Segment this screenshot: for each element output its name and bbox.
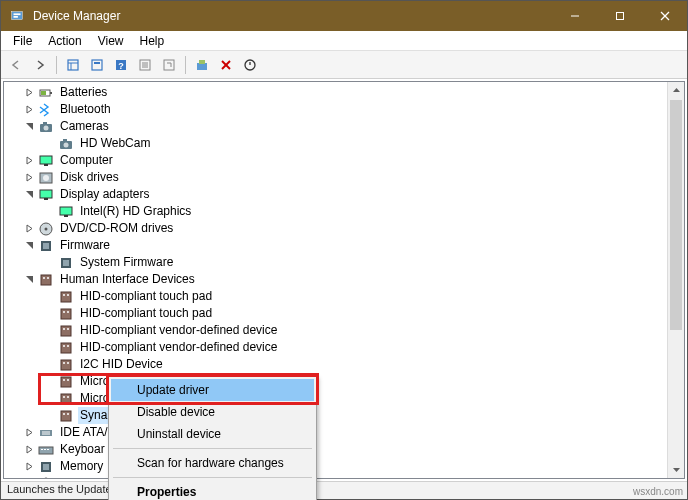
svg-rect-1 [14, 13, 21, 15]
tree-expander-none [44, 257, 55, 268]
svg-point-70 [67, 396, 69, 398]
statusbar: Launches the Update Driver Wizard for th… [1, 481, 687, 499]
tree-expander[interactable] [24, 104, 35, 115]
show-hide-console-button[interactable] [62, 54, 84, 76]
context-update-driver[interactable]: Update driver [111, 379, 314, 401]
svg-rect-47 [41, 275, 51, 285]
tree-node-intelhd[interactable]: Intel(R) HD Graphics [4, 203, 684, 220]
tree-node-hid-vd2[interactable]: HID-compliant vendor-defined device [4, 339, 684, 356]
svg-rect-74 [40, 430, 52, 436]
device-tree[interactable]: BatteriesBluetoothCamerasHD WebCamComput… [3, 81, 685, 479]
svg-rect-53 [61, 309, 71, 319]
tree-node-dvd[interactable]: DVD/CD-ROM drives [4, 220, 684, 237]
tree-node-hid-vd1[interactable]: HID-compliant vendor-defined device [4, 322, 684, 339]
hid-icon [58, 306, 74, 322]
svg-point-63 [63, 362, 65, 364]
tree-node-msicd1[interactable]: Microsoft Input Configuration Device [4, 373, 684, 390]
export-list-button[interactable] [86, 54, 108, 76]
camera-icon [58, 136, 74, 152]
hid-icon [38, 272, 54, 288]
tree-node-ide[interactable]: IDE ATA/ [4, 424, 684, 441]
forward-button[interactable] [29, 54, 51, 76]
vertical-scrollbar[interactable] [667, 82, 684, 478]
ide-icon [38, 425, 54, 441]
properties-button[interactable] [134, 54, 156, 76]
svg-rect-10 [92, 60, 102, 70]
scroll-thumb[interactable] [670, 100, 682, 330]
tree-expander[interactable] [24, 274, 35, 285]
tree-node-display[interactable]: Display adapters [4, 186, 684, 203]
tree-node-msicd2[interactable]: Microsoft Input Configuration Device [4, 390, 684, 407]
tree-node-label: HID-compliant touch pad [78, 305, 214, 322]
svg-rect-80 [47, 449, 49, 450]
tree-expander[interactable] [24, 155, 35, 166]
tree-node-label: Human Interface Devices [58, 271, 197, 288]
tree-node-label: DVD/CD-ROM drives [58, 220, 175, 237]
tree-node-hdwebcam[interactable]: HD WebCam [4, 135, 684, 152]
tree-node-batteries[interactable]: Batteries [4, 84, 684, 101]
svg-point-66 [63, 379, 65, 381]
tree-node-cameras[interactable]: Cameras [4, 118, 684, 135]
uninstall-button[interactable] [215, 54, 237, 76]
tree-node-i2c[interactable]: I2C HID Device [4, 356, 684, 373]
svg-point-61 [67, 345, 69, 347]
tree-node-label: Batteries [58, 84, 109, 101]
scroll-down-button[interactable] [668, 461, 684, 478]
camera-icon [38, 119, 54, 135]
menu-action[interactable]: Action [40, 32, 89, 50]
toolbar-separator [185, 56, 186, 74]
close-button[interactable] [642, 1, 687, 31]
svg-rect-46 [63, 260, 69, 266]
svg-point-55 [67, 311, 69, 313]
tree-node-syna[interactable]: Synap [4, 407, 684, 424]
tree-node-mice[interactable]: Mice and [4, 475, 684, 479]
tree-expander[interactable] [24, 223, 35, 234]
svg-point-67 [67, 379, 69, 381]
tree-expander[interactable] [24, 461, 35, 472]
scan-hardware-button[interactable] [191, 54, 213, 76]
tree-node-label: IDE ATA/ [58, 424, 110, 441]
context-uninstall-device[interactable]: Uninstall device [111, 423, 314, 445]
tree-node-keyboard[interactable]: Keyboar [4, 441, 684, 458]
minimize-button[interactable] [552, 1, 597, 31]
tree-expander[interactable] [24, 189, 35, 200]
chip-icon [38, 459, 54, 475]
menu-help[interactable]: Help [132, 32, 173, 50]
tree-expander-none [44, 308, 55, 319]
tree-expander[interactable] [24, 444, 35, 455]
tree-expander[interactable] [24, 172, 35, 183]
disable-button[interactable] [239, 54, 261, 76]
tree-node-bluetooth[interactable]: Bluetooth [4, 101, 684, 118]
back-button[interactable] [5, 54, 27, 76]
tree-node-hid-tp1[interactable]: HID-compliant touch pad [4, 288, 684, 305]
context-properties[interactable]: Properties [111, 481, 314, 500]
tree-node-memory[interactable]: Memory [4, 458, 684, 475]
svg-point-60 [63, 345, 65, 347]
chip-icon [58, 255, 74, 271]
tree-node-computer[interactable]: Computer [4, 152, 684, 169]
tree-node-disk[interactable]: Disk drives [4, 169, 684, 186]
tree-expander[interactable] [24, 478, 35, 479]
menu-view[interactable]: View [90, 32, 132, 50]
disc-icon [38, 221, 54, 237]
tree-node-firmware[interactable]: Firmware [4, 237, 684, 254]
tree-node-label: HID-compliant vendor-defined device [78, 322, 279, 339]
tree-expander[interactable] [24, 121, 35, 132]
svg-rect-34 [44, 164, 48, 166]
tree-node-sysfw[interactable]: System Firmware [4, 254, 684, 271]
tree-expander[interactable] [24, 87, 35, 98]
tree-node-hid-tp2[interactable]: HID-compliant touch pad [4, 305, 684, 322]
hid-icon [58, 391, 74, 407]
context-scan-hardware[interactable]: Scan for hardware changes [111, 452, 314, 474]
refresh-button[interactable] [158, 54, 180, 76]
scroll-up-button[interactable] [668, 82, 684, 99]
tree-expander-none [44, 206, 55, 217]
menu-file[interactable]: File [5, 32, 40, 50]
tree-expander[interactable] [24, 240, 35, 251]
help-button[interactable]: ? [110, 54, 132, 76]
tree-expander[interactable] [24, 427, 35, 438]
tree-node-hid[interactable]: Human Interface Devices [4, 271, 684, 288]
context-disable-device[interactable]: Disable device [111, 401, 314, 423]
tree-expander-none [44, 342, 55, 353]
maximize-button[interactable] [597, 1, 642, 31]
